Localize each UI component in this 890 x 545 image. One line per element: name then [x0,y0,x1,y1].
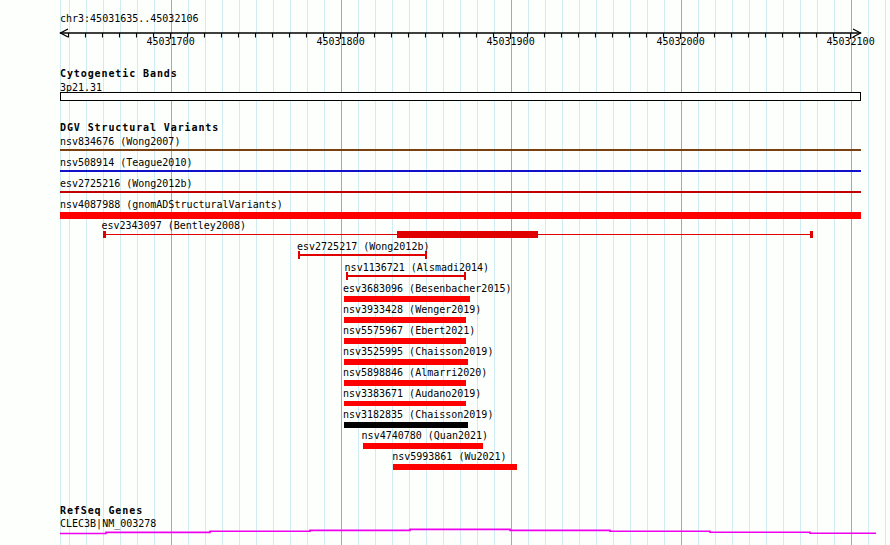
variant-label-nsv4087988[interactable]: nsv4087988 (gnomADStructuralVariants) [60,198,283,211]
variant-label-esv3683096[interactable]: esv3683096 (Besenbacher2015) [343,282,512,295]
cytogenetic-track-header: Cytogenetic Bands [60,67,178,80]
variant-label-esv2725217[interactable]: esv2725217 (Wong2012b) [297,240,429,253]
variant-label-nsv1136721[interactable]: nsv1136721 (Alsmadi2014) [345,261,490,274]
variant-label-nsv5898846[interactable]: nsv5898846 (Almarri2020) [343,366,488,379]
refseq-gene-label[interactable]: CLEC3B|NM_003278 [60,517,156,530]
gene-line[interactable] [60,529,876,533]
variant-label-nsv3933428[interactable]: nsv3933428 (Wenger2019) [343,303,481,316]
cytoband-label[interactable]: 3p21.31 [60,81,102,94]
variant-label-nsv5575967[interactable]: nsv5575967 (Ebert2021) [343,324,475,337]
variant-label-nsv5993861[interactable]: nsv5993861 (Wu2021) [392,450,506,463]
variant-label-esv2343097[interactable]: esv2343097 (Bentley2008) [102,219,247,232]
ruler-tick-label: 45031700 [147,35,195,48]
variant-label-nsv3182835[interactable]: nsv3182835 (Chaisson2019) [343,408,494,421]
ruler-tick-label: 45031800 [317,35,365,48]
ruler-tick-label: 45032000 [657,35,705,48]
variant-label-nsv834676[interactable]: nsv834676 (Wong2007) [60,135,180,148]
variant-label-nsv3383671[interactable]: nsv3383671 (Audano2019) [343,387,481,400]
region-title: chr3:45031635..45032106 [60,12,198,25]
genome-browser-view: chr3:45031635..45032106 4503170045031800… [0,0,890,545]
refseq-track-header: RefSeq Genes [60,504,143,517]
ruler-tick-label: 45031900 [487,35,535,48]
ruler-tick-label: 45032100 [827,35,875,48]
dgv-track-header: DGV Structural Variants [60,121,219,134]
variant-label-esv2725216[interactable]: esv2725216 (Wong2012b) [60,177,192,190]
variant-label-nsv4740780[interactable]: nsv4740780 (Quan2021) [362,429,488,442]
variant-label-nsv508914[interactable]: nsv508914 (Teague2010) [60,156,192,169]
variant-label-nsv3525995[interactable]: nsv3525995 (Chaisson2019) [343,345,494,358]
